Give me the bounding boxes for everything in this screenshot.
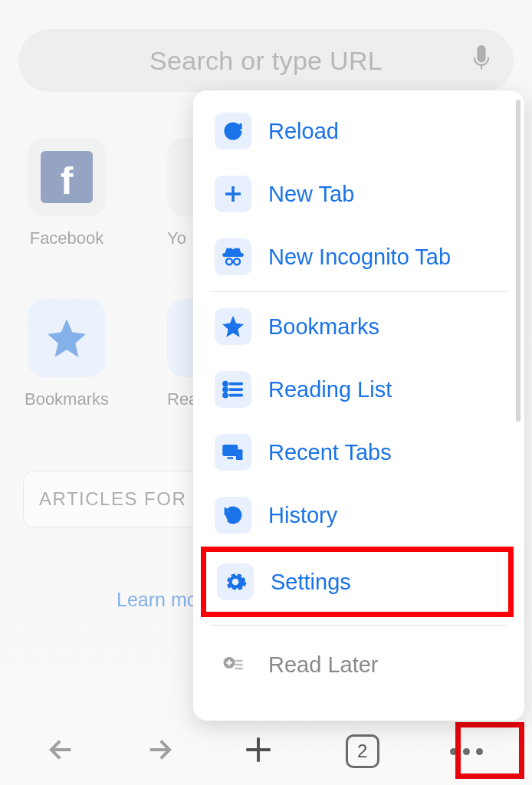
menu-settings[interactable]: Settings xyxy=(201,547,514,617)
favorite-label: Yo xyxy=(167,228,186,248)
reload-icon xyxy=(215,113,251,149)
tab-count: 2 xyxy=(357,741,367,762)
menu-label: Read Later xyxy=(268,652,379,678)
menu-divider xyxy=(210,291,507,292)
list-icon xyxy=(215,371,251,408)
facebook-icon: f xyxy=(28,138,106,216)
bottom-toolbar: 2 xyxy=(0,718,532,785)
menu-reading-list[interactable]: Reading List xyxy=(193,358,524,421)
svg-rect-7 xyxy=(236,449,243,460)
menu-label: New Incognito Tab xyxy=(268,245,451,270)
voice-search-icon[interactable] xyxy=(471,45,492,76)
menu-label: History xyxy=(268,503,337,528)
search-bar[interactable]: Search or type URL xyxy=(18,29,514,92)
menu-bookmarks[interactable]: Bookmarks xyxy=(193,295,524,358)
tab-switcher-button[interactable]: 2 xyxy=(346,734,379,768)
menu-recent-tabs[interactable]: Recent Tabs xyxy=(193,421,524,484)
star-icon xyxy=(28,299,106,377)
svg-point-4 xyxy=(224,388,227,391)
plus-icon xyxy=(215,176,251,212)
menu-label: Reload xyxy=(268,119,339,144)
svg-point-3 xyxy=(224,383,227,386)
menu-divider xyxy=(210,625,507,626)
menu-read-later[interactable]: Read Later xyxy=(193,633,524,696)
menu-reload[interactable]: Reload xyxy=(193,100,524,163)
svg-rect-6 xyxy=(224,445,238,455)
gear-icon xyxy=(217,563,254,600)
new-tab-button[interactable] xyxy=(242,734,274,769)
menu-new-tab[interactable]: New Tab xyxy=(193,163,524,225)
scrollbar[interactable] xyxy=(516,100,521,422)
forward-button[interactable] xyxy=(146,737,172,766)
highlight-box-more xyxy=(455,722,524,779)
incognito-icon xyxy=(215,238,251,275)
menu-history[interactable]: History xyxy=(193,484,524,547)
svg-rect-0 xyxy=(224,254,243,256)
menu-label: Bookmarks xyxy=(268,314,379,340)
back-button[interactable] xyxy=(49,737,75,766)
favorite-label: Facebook xyxy=(30,228,104,248)
menu-label: Settings xyxy=(271,570,351,595)
devices-icon xyxy=(215,434,251,471)
svg-point-5 xyxy=(224,394,227,397)
favorite-facebook[interactable]: f Facebook xyxy=(20,138,113,248)
favorite-label: Bookmarks xyxy=(25,389,109,409)
overflow-menu: Reload New Tab New Incognito Tab Bookmar… xyxy=(193,90,524,721)
menu-incognito[interactable]: New Incognito Tab xyxy=(193,225,524,288)
star-icon xyxy=(215,308,251,345)
menu-label: Recent Tabs xyxy=(268,440,392,465)
learn-more-link[interactable]: Learn mor xyxy=(117,589,204,611)
svg-point-2 xyxy=(234,258,240,264)
read-later-icon xyxy=(215,646,251,683)
menu-label: Reading List xyxy=(268,377,392,402)
search-placeholder: Search or type URL xyxy=(149,46,383,76)
favorite-bookmarks[interactable]: Bookmarks xyxy=(20,299,113,409)
menu-label: New Tab xyxy=(268,182,354,207)
svg-point-1 xyxy=(226,258,232,264)
history-icon xyxy=(215,497,251,534)
